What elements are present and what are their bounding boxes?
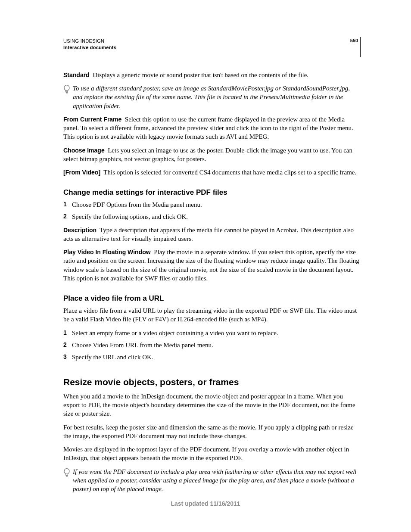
list-item: Choose Video From URL from the Media pan… [63, 341, 361, 349]
svg-point-3 [64, 468, 69, 474]
def-play-float-label: Play Video In Floating Window [63, 249, 151, 255]
page-number: 550 [350, 38, 361, 43]
def-choose-image-label: Choose Image [63, 147, 105, 154]
def-description-label: Description [63, 227, 97, 233]
def-choose-image: Choose Image Lets you select an image to… [63, 146, 361, 164]
def-description: Description Type a description that appe… [63, 226, 361, 243]
list-item: Specify the URL and click OK. [63, 353, 361, 361]
def-description-text: Type a description that appears if the m… [63, 227, 354, 242]
tip-standard-poster-text: To use a different standard poster, save… [73, 84, 361, 110]
header-rule [360, 37, 361, 57]
tip-standard-poster: To use a different standard poster, save… [63, 84, 361, 110]
def-from-video-label: [From Video] [63, 169, 100, 176]
header-titles: USING INDESIGN Interactive documents [63, 38, 116, 51]
def-from-video-text: This option is selected for converted CS… [103, 169, 356, 176]
def-from-video: [From Video] This option is selected for… [63, 168, 361, 177]
lightbulb-icon [63, 84, 70, 110]
document-page: USING INDESIGN Interactive documents 550… [0, 0, 411, 532]
place-url-intro: Place a video file from a valid URL to p… [63, 306, 361, 324]
list-item: Select an empty frame or a video object … [63, 329, 361, 337]
def-standard-label: Standard [63, 72, 90, 78]
def-standard-text: Displays a generic movie or sound poster… [93, 72, 308, 78]
tip-resize: If you want the PDF document to include … [63, 467, 361, 494]
def-from-current: From Current Frame Select this option to… [63, 115, 361, 141]
def-choose-image-text: Lets you select an image to use as the p… [63, 147, 352, 162]
list-item: Specify the following options, and click… [63, 212, 361, 221]
chapter-title: Interactive documents [63, 44, 116, 51]
heading-resize: Resize movie objects, posters, or frames [63, 376, 361, 388]
footer-updated: Last updated 11/16/2011 [0, 500, 411, 507]
resize-p3: Movies are displayed in the topmost laye… [63, 445, 361, 463]
page-header: USING INDESIGN Interactive documents 550 [63, 38, 361, 51]
def-play-float: Play Video In Floating Window Play the m… [63, 248, 361, 283]
book-title: USING INDESIGN [63, 38, 116, 44]
tip-resize-text: If you want the PDF document to include … [73, 467, 361, 494]
list-item: Choose PDF Options from the Media panel … [63, 200, 361, 209]
lightbulb-icon [63, 467, 70, 494]
def-standard: Standard Displays a generic movie or sou… [63, 71, 361, 79]
steps-place-url: Select an empty frame or a video object … [63, 329, 361, 362]
body-content: Standard Displays a generic movie or sou… [63, 71, 361, 493]
resize-p2: For best results, keep the poster size a… [63, 423, 361, 441]
heading-change-media: Change media settings for interactive PD… [63, 188, 361, 198]
def-from-current-label: From Current Frame [63, 116, 121, 123]
heading-place-url: Place a video file from a URL [63, 294, 361, 304]
resize-p1: When you add a movie to the InDesign doc… [63, 392, 361, 418]
steps-change-media: Choose PDF Options from the Media panel … [63, 200, 361, 221]
svg-point-0 [64, 85, 69, 91]
